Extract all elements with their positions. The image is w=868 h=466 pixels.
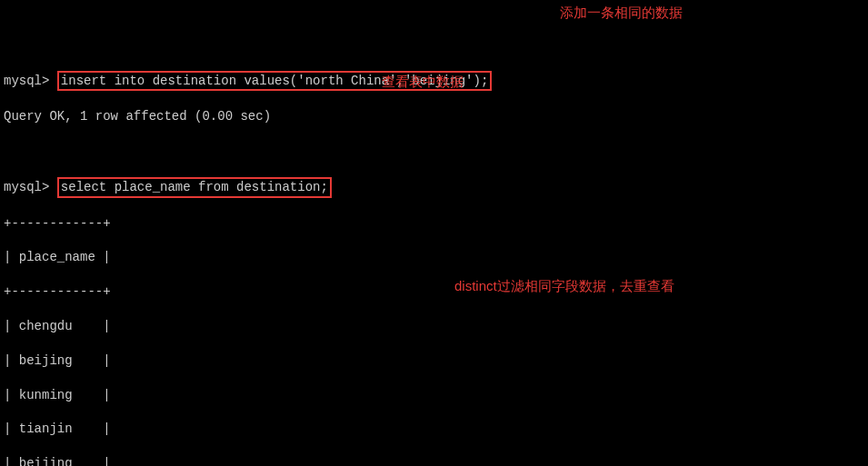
table-row: | chengdu | <box>4 318 864 335</box>
table-row: | beijing | <box>4 352 864 370</box>
table-row: | kunming | <box>4 387 864 404</box>
cmd-line-2: mysql> select place_name from destinatio… <box>4 177 864 198</box>
table-sep: +------------+ <box>4 215 864 233</box>
table-row: | tianjin | <box>4 421 864 438</box>
response-line-1: Query OK, 1 row affected (0.00 sec) <box>4 108 864 125</box>
table-header: | place_name | <box>4 249 864 266</box>
mysql-prompt: mysql> <box>4 74 49 88</box>
sql-select-command: select place_name from destination; <box>57 177 332 198</box>
table-row: | beijing | <box>4 455 864 466</box>
blank-line <box>4 143 864 160</box>
mysql-prompt: mysql> <box>4 180 49 194</box>
annotation-distinct: distinct过滤相同字段数据，去重查看 <box>454 277 674 295</box>
table-sep: +------------+ <box>4 283 864 301</box>
annotation-select: 查看表中数据 <box>382 73 464 91</box>
annotation-insert: 添加一条相同的数据 <box>560 4 683 22</box>
